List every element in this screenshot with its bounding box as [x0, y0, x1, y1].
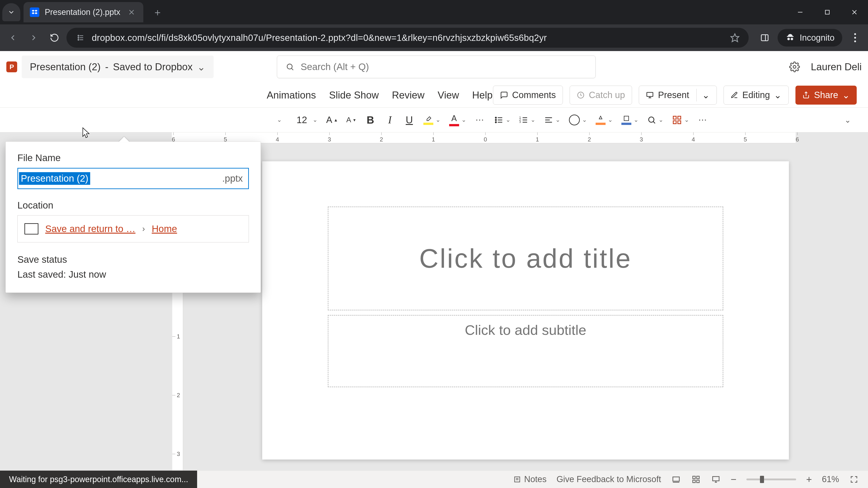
more-commands-icon[interactable]: ⋯ — [696, 112, 710, 128]
shape-outline-button[interactable]: ⌄ — [620, 112, 640, 128]
svg-point-18 — [287, 64, 292, 69]
folder-icon — [24, 223, 38, 234]
subtitle-placeholder[interactable]: Click to add subtitle — [328, 315, 723, 387]
reload-button[interactable] — [46, 29, 63, 46]
close-tab-icon[interactable] — [128, 8, 135, 16]
dropbox-icon — [30, 7, 39, 17]
chevron-down-icon[interactable]: ⌄ — [702, 90, 710, 100]
shapes-button[interactable]: ⌄ — [567, 112, 588, 128]
tab-review[interactable]: Review — [392, 90, 425, 101]
zoom-out-button[interactable]: − — [731, 474, 737, 485]
location-field[interactable]: Save and return to … › Home — [18, 215, 249, 242]
bookmark-icon[interactable] — [730, 33, 740, 42]
zoom-in-button[interactable]: + — [806, 474, 812, 485]
search-box[interactable] — [277, 56, 596, 78]
shape-fill-button[interactable]: ⌄ — [594, 112, 614, 128]
bold-button[interactable]: B — [364, 112, 377, 128]
save-return-link[interactable]: Save and return to … — [45, 223, 135, 234]
designer-button[interactable]: ⌄ — [671, 112, 690, 128]
reading-view-icon[interactable] — [711, 475, 721, 484]
file-name-input[interactable]: Presentation (2) — [19, 172, 90, 185]
chevron-down-icon[interactable]: ⌄ — [774, 90, 782, 100]
svg-rect-55 — [692, 480, 695, 483]
tab-slide-show[interactable]: Slide Show — [329, 90, 379, 101]
find-button[interactable]: ⌄ — [646, 112, 665, 128]
svg-rect-45 — [678, 116, 681, 119]
title-placeholder-text: Click to add title — [419, 243, 632, 274]
editing-label: Editing — [742, 90, 770, 100]
svg-rect-54 — [697, 476, 699, 479]
side-panel-icon[interactable] — [756, 29, 774, 46]
editing-mode-button[interactable]: Editing ⌄ — [723, 86, 789, 105]
more-font-icon[interactable]: ⋯ — [473, 112, 487, 128]
svg-rect-41 — [624, 116, 629, 121]
browser-tab[interactable]: Presentation (2).pptx — [24, 2, 143, 22]
share-label: Share — [814, 90, 838, 100]
svg-rect-57 — [712, 477, 719, 481]
fit-to-window-icon[interactable] — [849, 475, 859, 484]
svg-point-15 — [854, 33, 856, 35]
present-button[interactable]: Present ⌄ — [639, 86, 717, 105]
svg-point-16 — [854, 37, 856, 39]
svg-point-26 — [495, 117, 496, 118]
loading-status: Waiting for psg3-powerpoint.officeapps.l… — [0, 470, 197, 488]
feedback-link[interactable]: Give Feedback to Microsoft — [557, 475, 661, 484]
save-status-label: Save status — [18, 254, 249, 265]
highlight-button[interactable]: ⌄ — [422, 112, 442, 128]
numbering-button[interactable]: 123⌄ — [518, 112, 537, 128]
user-name[interactable]: Lauren Deli — [811, 61, 862, 72]
ribbon-tabs: Animations Slide Show Review View Help — [267, 90, 493, 101]
align-button[interactable]: ⌄ — [543, 112, 562, 128]
title-placeholder[interactable]: Click to add title — [328, 206, 723, 311]
slide[interactable]: Click to add title Click to add subtitle — [262, 161, 789, 459]
svg-point-17 — [854, 40, 856, 42]
cursor-icon — [81, 127, 91, 140]
browser-menu-icon[interactable] — [846, 29, 864, 46]
location-home-link[interactable]: Home — [152, 223, 177, 234]
sorter-view-icon[interactable] — [691, 475, 701, 484]
notes-button[interactable]: Notes — [513, 475, 547, 484]
decrease-font-icon[interactable]: A▾ — [344, 112, 358, 128]
window-controls — [786, 2, 868, 22]
tab-animations[interactable]: Animations — [267, 90, 316, 101]
minimize-button[interactable] — [786, 2, 814, 22]
underline-button[interactable]: U — [403, 112, 416, 128]
comments-button[interactable]: Comments — [493, 86, 563, 105]
slide-area[interactable]: Click to add title Click to add subtitle — [183, 143, 868, 470]
zoom-value[interactable]: 61% — [822, 475, 839, 484]
share-button[interactable]: Share ⌄ — [796, 86, 857, 105]
maximize-button[interactable] — [814, 2, 841, 22]
font-dropdown[interactable]: ⌄ — [273, 112, 286, 128]
font-color-button[interactable]: A⌄ — [448, 112, 468, 128]
font-size-box[interactable]: 12⌄ — [292, 112, 319, 128]
catch-up-button: Catch up — [569, 86, 632, 105]
incognito-indicator[interactable]: Incognito — [778, 29, 842, 46]
svg-rect-3 — [825, 10, 829, 14]
bullets-button[interactable]: ⌄ — [493, 112, 512, 128]
settings-icon[interactable] — [789, 61, 800, 72]
increase-font-icon[interactable]: A▴ — [325, 112, 338, 128]
omnibox[interactable]: dropbox.com/scl/fi/ds8xk05ovlytyxnalh07u… — [66, 28, 749, 48]
search-input[interactable] — [301, 61, 587, 72]
location-label: Location — [18, 200, 249, 211]
back-button[interactable] — [4, 29, 22, 46]
tab-help[interactable]: Help — [472, 90, 493, 101]
horizontal-ruler[interactable]: 6543210123456 — [172, 132, 796, 143]
close-window-button[interactable] — [841, 2, 868, 22]
toolbar: ⌄ 12⌄ A▴ A▾ B I U ⌄ A⌄ ⋯ ⌄ 123⌄ ⌄ ⌄ ⌄ ⌄ … — [0, 107, 868, 132]
italic-button[interactable]: I — [383, 112, 397, 128]
svg-marker-12 — [731, 34, 739, 42]
new-tab-button[interactable]: ＋ — [152, 6, 163, 18]
forward-button[interactable] — [25, 29, 42, 46]
normal-view-icon[interactable] — [671, 475, 681, 484]
chevron-down-icon[interactable]: ⌄ — [842, 90, 850, 100]
site-info-icon[interactable] — [75, 33, 86, 43]
ribbon-overflow-icon[interactable]: ⌄ — [841, 112, 855, 128]
file-name-field[interactable]: Presentation (2) .pptx — [18, 168, 249, 189]
tab-view[interactable]: View — [438, 90, 459, 101]
document-title-button[interactable]: Presentation (2) - Saved to Dropbox ⌄ — [22, 56, 214, 78]
tab-search-button[interactable] — [2, 3, 20, 21]
search-icon — [286, 63, 294, 71]
app-header: P Presentation (2) - Saved to Dropbox ⌄ … — [0, 51, 868, 83]
zoom-slider[interactable] — [746, 479, 796, 480]
